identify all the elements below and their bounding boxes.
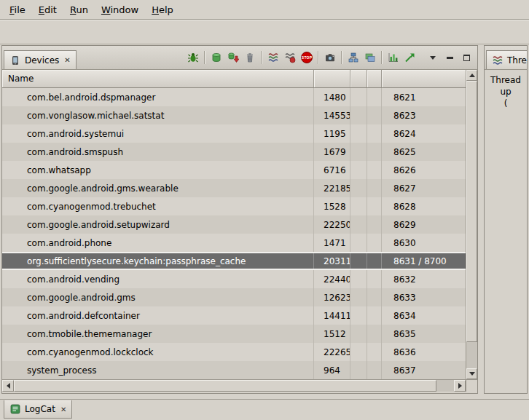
- arrow-right-icon: [458, 383, 462, 389]
- process-blank2: [367, 215, 382, 234]
- process-row[interactable]: com.google.android.setupwizard 22250 862…: [2, 215, 466, 234]
- process-row[interactable]: com.google.android.gms.wearable 22185 86…: [2, 179, 466, 197]
- tab-logcat[interactable]: LogCat ✕: [4, 400, 72, 419]
- menu-file[interactable]: File: [3, 1, 32, 18]
- horizontal-scrollbar[interactable]: [2, 380, 466, 392]
- stop-process-button[interactable]: STOP: [299, 49, 315, 66]
- process-blank2: [367, 197, 382, 215]
- process-row[interactable]: com.android.vending 22440 8632: [2, 270, 466, 288]
- process-name: com.vonglasow.michael.satstat: [2, 106, 314, 124]
- process-row[interactable]: com.vonglasow.michael.satstat 14553 8623: [2, 106, 466, 124]
- process-blank1: [350, 124, 367, 143]
- close-icon[interactable]: ✕: [64, 56, 70, 64]
- process-port: 8632: [382, 270, 466, 288]
- process-row[interactable]: com.android.systemui 1195 8624: [2, 124, 466, 143]
- horizontal-scroll-thumb[interactable]: [14, 380, 436, 392]
- process-pid: 6716: [314, 161, 350, 179]
- stop-process-icon: STOP: [301, 52, 313, 63]
- vertical-scroll-track[interactable]: [466, 81, 477, 368]
- process-port: 8625: [382, 143, 466, 161]
- column-header-blank1[interactable]: [350, 70, 367, 87]
- sysinfo-button[interactable]: [385, 49, 401, 66]
- dump-hprof-icon: [227, 52, 239, 63]
- arrow-down-icon: [469, 372, 475, 376]
- process-port: 8621: [382, 88, 466, 106]
- process-name: com.tmobile.thememanager: [2, 325, 314, 343]
- process-row[interactable]: com.bel.android.dspmanager 1480 8621: [2, 88, 466, 106]
- horizontal-scroll-track[interactable]: [14, 380, 454, 392]
- process-pid: 1195: [314, 124, 350, 143]
- process-pid: 1480: [314, 88, 350, 106]
- tab-threads[interactable]: Threads: [486, 50, 528, 69]
- cause-gc-button[interactable]: [242, 49, 258, 66]
- screen-capture-icon: [324, 52, 336, 63]
- process-port: 8624: [382, 124, 466, 143]
- scroll-down-button[interactable]: [466, 368, 477, 379]
- dump-hprof-button[interactable]: [225, 49, 241, 66]
- sysinfo-bar-chart-icon: [388, 52, 399, 63]
- column-header-name[interactable]: Name: [2, 70, 314, 87]
- process-port: 8623: [382, 106, 466, 124]
- maximize-button[interactable]: [458, 49, 474, 66]
- maximize-icon: [463, 55, 470, 61]
- tab-devices[interactable]: Devices ✕: [4, 50, 77, 69]
- view-menu-button[interactable]: [425, 49, 441, 66]
- process-pid: 1512: [314, 325, 350, 343]
- update-threads-button[interactable]: [265, 49, 281, 66]
- process-pid: 22265: [314, 343, 350, 361]
- scroll-right-button[interactable]: [454, 380, 466, 392]
- process-name: com.google.android.setupwizard: [2, 215, 314, 234]
- threads-view: Threads Thread up (: [484, 45, 528, 394]
- process-name: com.android.vending: [2, 270, 314, 288]
- debug-process-button[interactable]: [185, 49, 201, 66]
- process-name: com.google.android.gms.wearable: [2, 179, 314, 197]
- update-heap-button[interactable]: [208, 49, 224, 66]
- process-port: 8633: [382, 288, 466, 306]
- process-blank1: [350, 143, 367, 161]
- start-method-profiling-button[interactable]: [282, 49, 298, 66]
- process-row[interactable]: system_process 964 8637: [2, 361, 466, 379]
- column-header-port[interactable]: [382, 70, 466, 87]
- process-blank2: [367, 253, 382, 269]
- process-row[interactable]: com.android.phone 1471 8630: [2, 234, 466, 252]
- process-pid: 14553: [314, 106, 350, 124]
- process-row[interactable]: com.cyanogenmod.trebuchet 1528 8628: [2, 197, 466, 215]
- process-pid: 1528: [314, 197, 350, 215]
- panel-sash[interactable]: [478, 45, 484, 399]
- process-blank2: [367, 288, 382, 306]
- process-row[interactable]: org.sufficientlysecure.keychain:passphra…: [2, 252, 466, 270]
- process-row[interactable]: com.cyanogenmod.lockclock 22265 8636: [2, 343, 466, 361]
- close-icon[interactable]: ✕: [60, 405, 66, 413]
- threads-icon: [492, 55, 503, 66]
- screen-capture-button[interactable]: [322, 49, 338, 66]
- menu-bar: File Edit Run Window Help: [0, 0, 529, 20]
- process-name: com.cyanogenmod.lockclock: [2, 343, 314, 361]
- menu-window[interactable]: Window: [95, 1, 145, 18]
- process-port: 8626: [382, 161, 466, 179]
- process-name: com.android.smspush: [2, 143, 314, 161]
- process-row[interactable]: com.google.android.gms 12623 8633: [2, 288, 466, 306]
- vertical-scrollbar[interactable]: [466, 70, 477, 379]
- minimize-button[interactable]: [442, 49, 458, 66]
- scroll-left-button[interactable]: [2, 380, 14, 392]
- process-row[interactable]: com.android.defcontainer 14411 8634: [2, 306, 466, 325]
- menu-help[interactable]: Help: [145, 1, 180, 18]
- process-row[interactable]: com.whatsapp 6716 8626: [2, 161, 466, 179]
- capture-systrace-button[interactable]: [362, 49, 378, 66]
- process-blank1: [350, 179, 367, 197]
- column-header-blank2[interactable]: [367, 70, 382, 87]
- process-port: 8628: [382, 197, 466, 215]
- process-blank1: [350, 161, 367, 179]
- menu-edit[interactable]: Edit: [32, 1, 63, 18]
- menu-run[interactable]: Run: [63, 1, 95, 18]
- process-blank2: [367, 106, 382, 124]
- process-row[interactable]: com.android.smspush 1679 8625: [2, 143, 466, 161]
- trend-arrow-icon: [404, 52, 416, 63]
- scroll-up-button[interactable]: [466, 70, 477, 81]
- process-row[interactable]: com.tmobile.thememanager 1512 8635: [2, 325, 466, 343]
- dump-view-hierarchy-button[interactable]: [345, 49, 361, 66]
- column-header-pid[interactable]: [314, 70, 350, 87]
- vertical-scroll-thumb[interactable]: [466, 81, 477, 342]
- network-stats-button[interactable]: [402, 49, 418, 66]
- process-pid: 14411: [314, 306, 350, 325]
